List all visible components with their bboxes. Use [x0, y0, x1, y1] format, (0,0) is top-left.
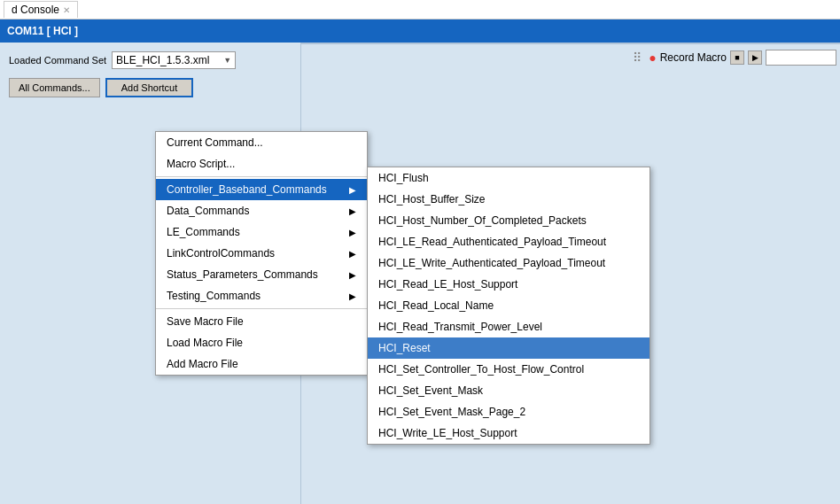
- submenu-item[interactable]: HCI_Reset: [368, 337, 649, 359]
- submenu-item-label: HCI_Set_Controller_To_Host_Flow_Control: [378, 363, 584, 376]
- submenu-item[interactable]: HCI_Set_Controller_To_Host_Flow_Control: [368, 359, 649, 380]
- submenu-item[interactable]: HCI_Set_Event_Mask_Page_2: [368, 401, 649, 423]
- submenu-arrow-icon: ▶: [349, 270, 356, 280]
- menu-item[interactable]: Macro Script...: [156, 153, 367, 174]
- submenu-item-label: HCI_Write_LE_Host_Support: [378, 427, 517, 439]
- menu-divider: [156, 176, 367, 177]
- menu-item-label: Macro Script...: [167, 158, 235, 170]
- submenu-item[interactable]: HCI_Flush: [368, 167, 649, 189]
- submenu-item-label: HCI_Set_Event_Mask: [378, 384, 483, 397]
- menu-item-label: LE_Commands: [167, 226, 240, 238]
- submenu-item[interactable]: HCI_Host_Number_Of_Completed_Packets: [368, 210, 649, 231]
- record-macro-label: Record Macro: [660, 51, 727, 64]
- menu-item[interactable]: LE_Commands▶: [156, 221, 367, 243]
- submenu-item-label: HCI_Flush: [378, 172, 429, 184]
- macro-search-input[interactable]: [766, 50, 836, 66]
- menu-item[interactable]: Add Macro File: [156, 353, 367, 375]
- submenu-item[interactable]: HCI_Set_Event_Mask: [368, 380, 649, 401]
- close-icon[interactable]: ✕: [63, 5, 70, 15]
- menu-item[interactable]: Save Macro File: [156, 311, 367, 332]
- menu-item-label: Status_Parameters_Commands: [167, 268, 318, 281]
- menu-item[interactable]: Data_Commands▶: [156, 200, 367, 221]
- submenu-item-label: HCI_LE_Read_Authenticated_Payload_Timeou…: [378, 236, 606, 248]
- submenu: HCI_FlushHCI_Host_Buffer_SizeHCI_Host_Nu…: [367, 167, 650, 445]
- menu-item[interactable]: Controller_Baseband_Commands▶: [156, 179, 367, 200]
- submenu-arrow-icon: ▶: [349, 228, 356, 237]
- submenu-item-label: HCI_Reset: [378, 342, 431, 354]
- menu-item[interactable]: Load Macro File: [156, 332, 367, 353]
- menu-item-label: Load Macro File: [167, 337, 243, 349]
- menu-divider: [156, 308, 367, 309]
- menu-item[interactable]: LinkControlCommands▶: [156, 243, 367, 264]
- dropdown-menu: Current Command...Macro Script...Control…: [155, 131, 368, 376]
- select-arrow-icon: ▼: [223, 56, 231, 65]
- submenu-arrow-icon: ▶: [349, 185, 356, 195]
- title-bar: d Console ✕: [0, 0, 840, 19]
- submenu-item[interactable]: HCI_Write_LE_Host_Support: [368, 423, 649, 444]
- submenu-item-label: HCI_Read_Local_Name: [378, 299, 494, 312]
- submenu-item[interactable]: HCI_Read_LE_Host_Support: [368, 274, 649, 295]
- drag-handle-icon: ⠿: [633, 50, 642, 65]
- right-content-pane: [301, 43, 840, 44]
- submenu-item[interactable]: HCI_Host_Buffer_Size: [368, 189, 649, 210]
- submenu-item-label: HCI_LE_Write_Authenticated_Payload_Timeo…: [378, 257, 605, 269]
- command-set-value: BLE_HCI_1.5.3.xml: [116, 54, 209, 66]
- title-tab-label: d Console: [12, 4, 59, 16]
- menu-item-label: Testing_Commands: [167, 290, 261, 302]
- menu-item-label: Save Macro File: [167, 315, 244, 328]
- menu-item-label: Add Macro File: [167, 358, 238, 370]
- loaded-command-row: Loaded Command Set BLE_HCI_1.5.3.xml ▼: [9, 51, 292, 69]
- menu-item[interactable]: Current Command...: [156, 132, 367, 153]
- macro-stop-button[interactable]: ■: [730, 50, 744, 65]
- add-shortcut-button[interactable]: Add Shortcut: [105, 78, 194, 97]
- submenu-item-label: HCI_Set_Event_Mask_Page_2: [378, 406, 525, 418]
- submenu-item-label: HCI_Read_LE_Host_Support: [378, 278, 517, 291]
- loaded-command-label: Loaded Command Set: [9, 55, 106, 66]
- menu-item-label: Current Command...: [167, 136, 263, 149]
- submenu-arrow-icon: ▶: [349, 206, 356, 216]
- menu-item-label: Data_Commands: [167, 205, 249, 217]
- com-bar: COM11 [ HCI ]: [0, 19, 840, 43]
- menu-item-label: LinkControlCommands: [167, 247, 275, 260]
- submenu-item-label: HCI_Host_Buffer_Size: [378, 193, 486, 205]
- buttons-row: All Commands... Add Shortcut: [9, 78, 292, 97]
- menu-item[interactable]: Status_Parameters_Commands▶: [156, 264, 367, 285]
- submenu-item[interactable]: HCI_LE_Write_Authenticated_Payload_Timeo…: [368, 252, 649, 274]
- title-tab[interactable]: d Console ✕: [4, 1, 78, 18]
- main-area: Loaded Command Set BLE_HCI_1.5.3.xml ▼ A…: [0, 43, 840, 504]
- submenu-item-label: HCI_Read_Transmit_Power_Level: [378, 321, 542, 333]
- menu-item[interactable]: Testing_Commands▶: [156, 285, 367, 306]
- submenu-arrow-icon: ▶: [349, 249, 356, 259]
- command-set-select[interactable]: BLE_HCI_1.5.3.xml ▼: [112, 51, 236, 69]
- submenu-item-label: HCI_Host_Number_Of_Completed_Packets: [378, 214, 587, 227]
- record-dot-icon: ●: [649, 50, 656, 65]
- submenu-item[interactable]: HCI_Read_Transmit_Power_Level: [368, 316, 649, 337]
- com-bar-label: COM11 [ HCI ]: [7, 25, 78, 37]
- submenu-item[interactable]: HCI_LE_Read_Authenticated_Payload_Timeou…: [368, 231, 649, 252]
- submenu-arrow-icon: ▶: [349, 291, 356, 301]
- macro-play-button[interactable]: ▶: [748, 50, 762, 65]
- all-commands-button[interactable]: All Commands...: [9, 78, 100, 97]
- submenu-item[interactable]: HCI_Read_Local_Name: [368, 295, 649, 316]
- record-bar: ⠿ ● Record Macro ■ ▶: [301, 50, 840, 66]
- menu-item-label: Controller_Baseband_Commands: [167, 183, 327, 196]
